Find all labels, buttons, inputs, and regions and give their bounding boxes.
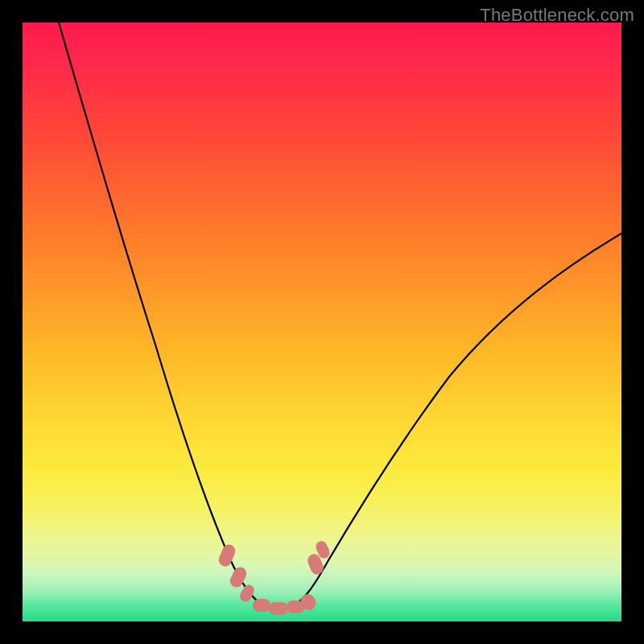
right-curve: [290, 233, 621, 609]
marker-blob: [228, 565, 249, 589]
marker-blob: [269, 602, 288, 615]
marker-blob: [237, 583, 256, 604]
marker-blob: [253, 599, 270, 612]
marker-cluster-bottom-run: [253, 592, 319, 615]
plot-area: [23, 23, 621, 621]
curves-svg: [23, 23, 621, 621]
left-curve: [59, 23, 268, 609]
marker-blob: [217, 543, 237, 568]
chart-frame: TheBottleneck.com: [0, 0, 644, 644]
marker-cluster-left-trough: [217, 543, 256, 604]
marker-cluster-right-uptick: [306, 539, 332, 576]
